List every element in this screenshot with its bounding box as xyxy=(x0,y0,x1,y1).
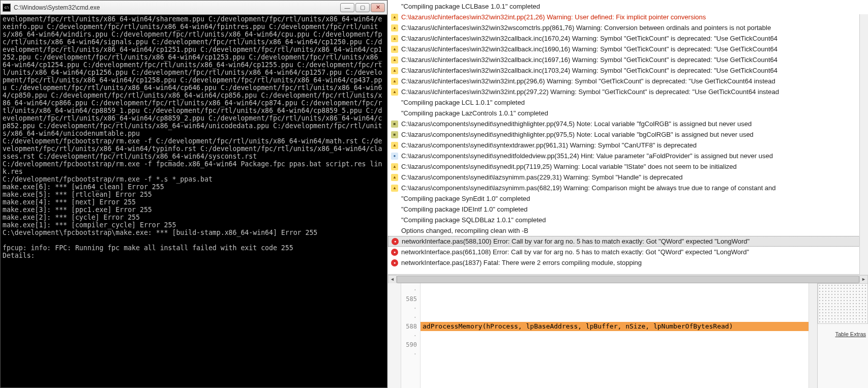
none-icon xyxy=(391,99,398,106)
code-line[interactable]: adProcessMemory(hProcess, lpBaseAddress,… xyxy=(421,322,809,331)
none-icon xyxy=(391,110,398,117)
message-row[interactable]: C:\lazarus\lcl\interfaces\win32\win32cal… xyxy=(388,33,868,44)
message-row[interactable]: C:\lazarus\lcl\interfaces\win32\win32cal… xyxy=(388,54,868,65)
code-editor[interactable]: 585588590 adProcessMemory(hProcess, lpBa… xyxy=(388,283,868,388)
code-v-scrollbar[interactable] xyxy=(809,283,817,388)
message-text: C:\lazarus\components\synedit\synedithig… xyxy=(401,131,754,138)
message-row[interactable]: C:\lazarus\components\synedit\synedit.pp… xyxy=(388,161,868,172)
none-icon xyxy=(391,217,398,224)
scroll-track[interactable] xyxy=(397,275,859,284)
messages-list[interactable]: "Compiling package LCLBase 1.0.1" comple… xyxy=(388,0,868,275)
message-row[interactable]: "Compiling package IDEIntf 1.0" complete… xyxy=(388,204,868,215)
message-row[interactable]: "Compiling package SynEdit 1.0" complete… xyxy=(388,193,868,204)
gutter-line: 590 xyxy=(401,340,420,349)
message-row[interactable]: networkInterface.pas(1837) Fatal: There … xyxy=(388,257,868,268)
table-extras-tab[interactable]: Table Extras xyxy=(835,331,866,337)
message-row[interactable]: C:\lazarus\lcl\interfaces\win32\win32cal… xyxy=(388,65,868,76)
message-text: C:\lazarus\lcl\interfaces\win32\win32cal… xyxy=(401,45,777,53)
gutter-line xyxy=(401,349,420,359)
cmd-title: C:\Windows\System32\cmd.exe xyxy=(14,4,340,11)
code-line[interactable] xyxy=(421,294,809,304)
warn-icon xyxy=(391,67,398,74)
message-row[interactable]: C:\lazarus\components\synedit\synedithig… xyxy=(388,129,868,140)
warn-icon xyxy=(391,174,398,181)
none-icon xyxy=(391,195,398,202)
error-icon xyxy=(392,238,399,245)
message-text: C:\lazarus\components\synedit\synedit.pp… xyxy=(401,163,737,170)
code-line[interactable] xyxy=(421,349,809,359)
code-line[interactable] xyxy=(421,313,809,322)
close-button[interactable]: ✕ xyxy=(371,3,385,12)
message-row[interactable]: networkInterface.pas(588,100) Error: Cal… xyxy=(388,236,868,247)
note-icon xyxy=(391,121,398,128)
message-text: C:\lazarus\components\synedit\lazsynimm.… xyxy=(401,184,776,192)
message-text: C:\lazarus\components\synedit\syneditfol… xyxy=(401,152,773,160)
code-line[interactable] xyxy=(421,340,809,349)
cmd-window: c:\ C:\Windows\System32\cmd.exe — ▢ ✕ ev… xyxy=(0,0,387,388)
message-row[interactable]: C:\lazarus\lcl\interfaces\win32\win32int… xyxy=(388,86,868,97)
code-line[interactable] xyxy=(421,331,809,340)
code-line[interactable] xyxy=(421,304,809,313)
message-row[interactable]: "Compiling package LCLBase 1.0.1" comple… xyxy=(388,1,868,12)
gutter-line xyxy=(401,304,420,313)
warn-icon xyxy=(391,185,398,192)
warn-icon xyxy=(391,35,398,42)
message-text: "Compiling package LCLBase 1.0.1" comple… xyxy=(401,3,540,10)
cmd-output[interactable]: evelopment/fpc/rtl/units/x86_64-win64/sh… xyxy=(1,15,387,387)
none-icon xyxy=(391,206,398,213)
maximize-button[interactable]: ▢ xyxy=(355,3,370,12)
message-row[interactable]: "Compiling package SQLDBLaz 1.0.1" compl… xyxy=(388,215,868,225)
form-designer-area[interactable] xyxy=(818,283,868,324)
message-row[interactable]: C:\lazarus\lcl\interfaces\win32\win32int… xyxy=(388,76,868,86)
minimize-button[interactable]: — xyxy=(340,3,354,12)
warn-icon xyxy=(391,163,398,170)
warn-icon xyxy=(391,24,398,32)
side-panel: Table Extras xyxy=(817,283,868,388)
code-lines[interactable]: adProcessMemory(hProcess, lpBaseAddress,… xyxy=(421,283,809,388)
warn-icon xyxy=(391,46,398,53)
message-text: networkInterface.pas(588,100) Error: Cal… xyxy=(402,237,750,245)
code-gutter: 585588590 xyxy=(401,283,421,388)
message-text: C:\lazarus\components\synedit\lazsynimm.… xyxy=(401,173,683,181)
cmd-titlebar[interactable]: c:\ C:\Windows\System32\cmd.exe — ▢ ✕ xyxy=(1,1,387,15)
scroll-right-arrow[interactable]: ► xyxy=(859,275,868,284)
messages-h-scrollbar[interactable]: ◄ ► xyxy=(388,275,868,283)
message-row[interactable]: C:\lazarus\components\synedit\synedithig… xyxy=(388,118,868,129)
note-icon xyxy=(391,131,398,138)
hint-icon xyxy=(391,153,398,160)
warn-icon xyxy=(391,78,398,85)
window-controls: — ▢ ✕ xyxy=(340,3,385,12)
warn-icon xyxy=(391,142,398,149)
code-line[interactable] xyxy=(421,285,809,294)
ide-panel: "Compiling package LCLBase 1.0.1" comple… xyxy=(387,0,868,388)
error-icon xyxy=(391,259,398,266)
scroll-thumb[interactable] xyxy=(397,276,859,283)
message-row[interactable]: C:\lazarus\components\synedit\lazsynimm.… xyxy=(388,172,868,183)
message-text: "Compiling package IDEIntf 1.0" complete… xyxy=(401,205,527,213)
gutter-line: 588 xyxy=(401,322,420,331)
message-text: networkInterface.pas(661,108) Error: Cal… xyxy=(401,248,749,256)
message-text: C:\lazarus\lcl\interfaces\win32\win32int… xyxy=(401,77,775,85)
message-row[interactable]: C:\lazarus\components\synedit\lazsynimm.… xyxy=(388,183,868,193)
none-icon xyxy=(391,3,398,10)
message-row[interactable]: C:\lazarus\components\synedit\syneditfol… xyxy=(388,151,868,161)
message-text: C:\lazarus\components\synedit\syntextdra… xyxy=(401,141,697,149)
message-text: C:\lazarus\lcl\interfaces\win32\win32wsc… xyxy=(401,24,771,32)
message-row[interactable]: C:\lazarus\lcl\interfaces\win32\win32wsc… xyxy=(388,22,868,33)
warn-icon xyxy=(391,56,398,64)
message-row[interactable]: "Compiling package LCL 1.0.1" completed xyxy=(388,97,868,108)
message-text: "Compiling package SQLDBLaz 1.0.1" compl… xyxy=(401,216,546,224)
message-row[interactable]: "Compiling package LazControls 1.0.1" co… xyxy=(388,108,868,118)
message-text: "Compiling package SynEdit 1.0" complete… xyxy=(401,195,530,202)
message-text: C:\lazarus\lcl\interfaces\win32\win32int… xyxy=(401,88,779,96)
message-text: "Compiling package LazControls 1.0.1" co… xyxy=(401,109,548,117)
message-row[interactable]: C:\lazarus\lcl\interfaces\win32\win32cal… xyxy=(388,44,868,54)
message-text: C:\lazarus\lcl\interfaces\win32\win32int… xyxy=(401,13,706,21)
message-row[interactable]: Options changed, recompiling clean with … xyxy=(388,225,868,236)
gutter-line xyxy=(401,331,420,340)
message-row[interactable]: C:\lazarus\components\synedit\syntextdra… xyxy=(388,140,868,151)
message-row[interactable]: C:\lazarus\lcl\interfaces\win32\win32int… xyxy=(388,12,868,22)
message-row[interactable]: networkInterface.pas(661,108) Error: Cal… xyxy=(388,247,868,257)
cmd-icon: c:\ xyxy=(3,4,11,12)
scroll-left-arrow[interactable]: ◄ xyxy=(388,275,397,284)
